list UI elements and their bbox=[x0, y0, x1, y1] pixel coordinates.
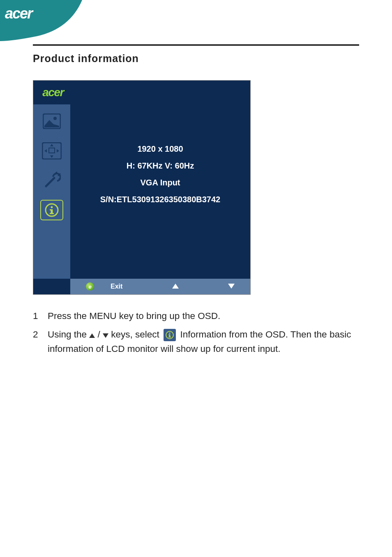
svg-rect-3 bbox=[49, 148, 55, 153]
osd-content: 1920 x 1080 H: 67KHz V: 60Hz VGA Input S… bbox=[70, 81, 250, 279]
osd-footer: e Exit bbox=[70, 279, 250, 294]
step-1: 1 Press the MENU key to bring up the OSD… bbox=[33, 309, 359, 324]
info-serial: S/N:ETL53091326350380B3742 bbox=[100, 195, 220, 204]
step-2: 2 Using the / keys, select Information f… bbox=[33, 328, 359, 356]
info-input: VGA Input bbox=[140, 178, 180, 187]
svg-rect-13 bbox=[168, 334, 170, 335]
down-button[interactable] bbox=[228, 283, 235, 290]
step-text: Press the MENU key to bring up the OSD. bbox=[48, 309, 359, 324]
osd-panel: acer bbox=[33, 80, 251, 295]
down-arrow-icon bbox=[103, 328, 108, 342]
svg-point-1 bbox=[53, 117, 57, 120]
info-badge-icon bbox=[164, 329, 176, 341]
up-button[interactable] bbox=[172, 283, 179, 290]
brand-corner: acer bbox=[0, 0, 82, 41]
picture-icon[interactable] bbox=[40, 111, 63, 132]
position-icon[interactable] bbox=[40, 141, 63, 161]
svg-rect-12 bbox=[168, 337, 171, 337]
osd-brand-logo: acer bbox=[42, 86, 64, 99]
section-title: Product information bbox=[33, 53, 139, 65]
svg-rect-7 bbox=[50, 213, 54, 214]
brand-logo: acer bbox=[5, 5, 32, 22]
exit-button[interactable]: Exit bbox=[111, 283, 122, 290]
info-resolution: 1920 x 1080 bbox=[137, 144, 183, 154]
info-frequency: H: 67KHz V: 60Hz bbox=[127, 161, 194, 171]
svg-point-10 bbox=[169, 333, 171, 334]
svg-point-5 bbox=[51, 206, 53, 208]
info-icon[interactable] bbox=[40, 200, 63, 220]
step-number: 1 bbox=[33, 309, 40, 324]
osd-logo-cell: acer bbox=[33, 81, 70, 104]
settings-icon[interactable] bbox=[40, 170, 63, 191]
svg-rect-8 bbox=[50, 209, 52, 210]
instruction-steps: 1 Press the MENU key to bring up the OSD… bbox=[33, 309, 359, 361]
step-number: 2 bbox=[33, 328, 40, 356]
up-arrow-icon bbox=[89, 328, 95, 342]
eco-icon[interactable]: e bbox=[86, 282, 94, 291]
step-text: Using the / keys, select Information fro… bbox=[48, 328, 359, 356]
top-divider bbox=[33, 44, 359, 46]
osd-sidebar: acer bbox=[33, 81, 70, 279]
